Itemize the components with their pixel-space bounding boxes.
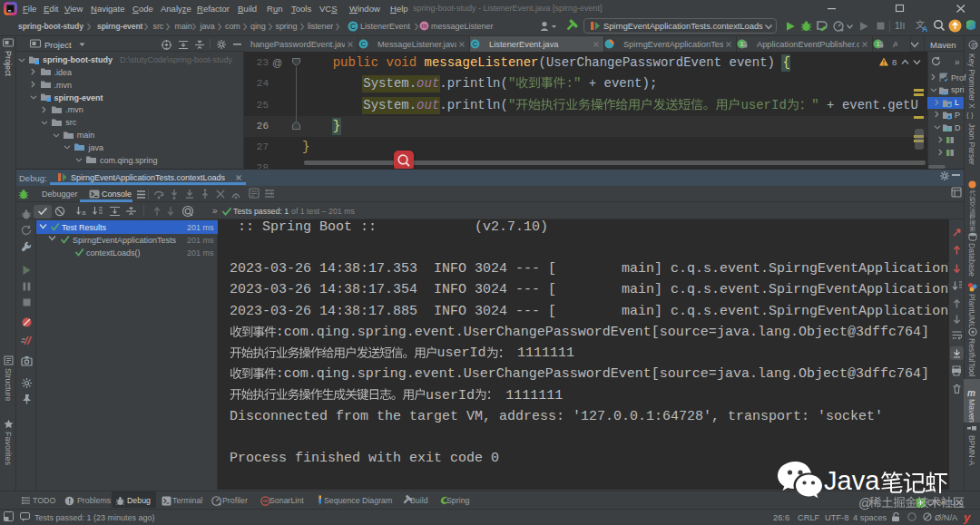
svg-text:8: 8 [892,57,897,67]
svg-text:C: C [361,40,367,48]
svg-text:m: m [421,22,426,30]
svg-text:@: @ [971,41,978,49]
svg-text:a: a [82,209,86,217]
svg-text:1: 1 [740,40,743,48]
svg-text:C: C [350,22,356,31]
svg-text:1: 1 [876,40,879,48]
svg-text:C: C [473,40,478,48]
svg-text:1I: 1I [895,21,902,31]
svg-text:A: A [922,24,928,34]
svg-text:m: m [942,89,947,95]
